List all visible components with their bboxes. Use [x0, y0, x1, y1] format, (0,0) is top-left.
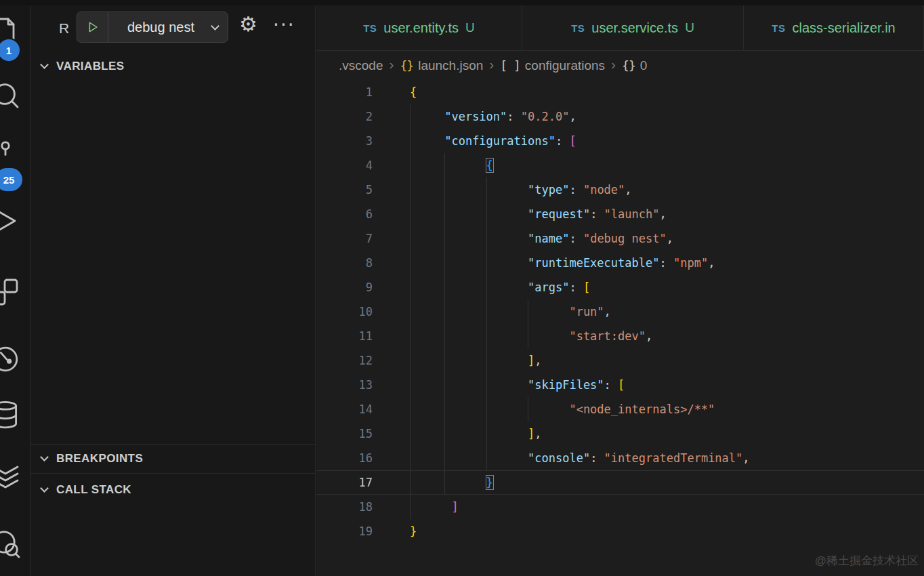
git-status-badge: U: [685, 20, 694, 35]
line-number: 5: [316, 178, 373, 202]
line-number: 9: [316, 275, 373, 300]
line-number: 17: [316, 470, 373, 495]
remote-target-icon[interactable]: [0, 343, 22, 375]
line-number: 12: [316, 348, 373, 373]
extensions-icon[interactable]: [0, 276, 22, 309]
chevron-down-icon: [40, 60, 49, 69]
breadcrumb-separator: ›: [489, 56, 494, 73]
sidebar-title: R: [59, 20, 69, 37]
code-line-17[interactable]: 17 }: [316, 470, 924, 495]
code-line-11[interactable]: 11 "start:dev",: [316, 324, 924, 348]
watermark: @稀土掘金技术社区: [815, 553, 919, 569]
code-lines: 1{2 "version": "0.2.0",3 "configurations…: [316, 80, 924, 543]
start-debug-button[interactable]: [77, 12, 108, 42]
play-icon: [85, 20, 100, 35]
line-number: 14: [316, 397, 373, 421]
code-line-14[interactable]: 14 "<node_internals>/**": [316, 397, 924, 421]
more-actions-icon[interactable]: ···: [273, 14, 295, 36]
run-debug-sidebar: R debug nest ⚙ ··· VARIABLES BREAKPOINTS…: [30, 5, 316, 576]
line-number: 6: [316, 202, 373, 226]
code-line-3[interactable]: 3 "configurations": [: [316, 129, 924, 153]
breadcrumb-item-0[interactable]: {}0: [622, 58, 647, 73]
tab-user.service.ts[interactable]: TSuser.service.tsU: [522, 5, 744, 50]
breadcrumb-item-launch.json[interactable]: {}launch.json: [400, 58, 483, 73]
search-icon[interactable]: [0, 79, 22, 111]
tab-label: class-serializer.in: [792, 20, 895, 36]
section-header-call-stack[interactable]: CALL STACK: [30, 476, 315, 504]
code-line-8[interactable]: 8 "runtimeExecutable": "npm",: [316, 251, 924, 275]
debug-config-label: debug nest: [108, 20, 212, 35]
editor-pane: TSuser.entity.tsUTSuser.service.tsUTScla…: [316, 5, 924, 576]
symbol-icon: [ ]: [500, 58, 520, 73]
code-line-1[interactable]: 1{: [316, 80, 924, 104]
source-control-badge: 25: [0, 167, 24, 192]
code-line-15[interactable]: 15 ],: [316, 421, 924, 446]
code-line-7[interactable]: 7 "name": "debug nest",: [316, 226, 924, 251]
typescript-file-icon: TS: [772, 22, 785, 34]
typescript-file-icon: TS: [571, 22, 585, 34]
line-number: 8: [316, 251, 373, 275]
layers-icon[interactable]: [0, 458, 22, 491]
web-search-icon[interactable]: [0, 527, 22, 560]
line-number: 13: [316, 373, 373, 397]
code-line-2[interactable]: 2 "version": "0.2.0",: [316, 104, 924, 129]
code-line-12[interactable]: 12 ],: [316, 348, 924, 373]
git-status-badge: U: [465, 20, 475, 35]
section-header-variables[interactable]: VARIABLES: [30, 53, 315, 80]
explorer-badge: 1: [0, 38, 21, 62]
section-header-breakpoints[interactable]: BREAKPOINTS: [30, 444, 315, 474]
breadcrumb-separator: ›: [611, 56, 616, 73]
source-control-icon[interactable]: [0, 138, 22, 171]
gear-icon[interactable]: ⚙: [239, 12, 257, 36]
tab-label: user.entity.ts: [383, 20, 459, 36]
tab-bar: TSuser.entity.tsUTSuser.service.tsUTScla…: [316, 5, 924, 51]
line-number: 7: [316, 226, 373, 251]
chevron-down-icon: [40, 453, 49, 461]
typescript-file-icon: TS: [363, 22, 377, 34]
code-line-19[interactable]: 19}: [316, 519, 924, 543]
tab-user.entity.ts[interactable]: TSuser.entity.tsU: [316, 5, 522, 50]
line-number: 18: [316, 495, 373, 519]
breadcrumb-separator: ›: [389, 56, 394, 73]
line-number: 16: [316, 446, 373, 470]
breadcrumb-item-configurations[interactable]: [ ]configurations: [500, 58, 605, 73]
line-number: 3: [316, 129, 373, 153]
debug-config-dropdown[interactable]: debug nest: [77, 12, 228, 43]
code-line-13[interactable]: 13 "skipFiles": [: [316, 373, 924, 397]
run-and-debug-icon[interactable]: [0, 205, 22, 237]
line-number: 2: [316, 104, 373, 129]
line-number: 4: [316, 153, 373, 178]
breadcrumb: .vscode›{}launch.json›[ ]configurations›…: [316, 51, 924, 80]
line-number: 10: [316, 300, 373, 324]
activity-bar: 1 25: [0, 5, 30, 576]
line-number: 11: [316, 324, 373, 348]
code-line-4[interactable]: 4 {: [316, 153, 924, 178]
chevron-down-icon: [211, 22, 219, 30]
line-number: 15: [316, 421, 373, 446]
tab-label: user.service.ts: [591, 20, 678, 36]
line-number: 19: [316, 519, 373, 543]
breadcrumb-item-.vscode[interactable]: .vscode: [339, 58, 383, 73]
line-number: 1: [316, 80, 373, 104]
code-line-6[interactable]: 6 "request": "launch",: [316, 202, 924, 226]
code-line-5[interactable]: 5 "type": "node",: [316, 178, 924, 202]
symbol-icon: {}: [622, 58, 635, 73]
chevron-down-icon: [40, 484, 49, 493]
database-icon[interactable]: [0, 398, 22, 431]
code-line-18[interactable]: 18 ]: [316, 495, 924, 519]
code-line-10[interactable]: 10 "run",: [316, 300, 924, 324]
code-line-9[interactable]: 9 "args": [: [316, 275, 924, 300]
tab-class-serializer.in[interactable]: TSclass-serializer.in: [744, 5, 924, 50]
symbol-icon: {}: [400, 58, 413, 73]
code-line-16[interactable]: 16 "console": "integratedTerminal",: [316, 446, 924, 470]
